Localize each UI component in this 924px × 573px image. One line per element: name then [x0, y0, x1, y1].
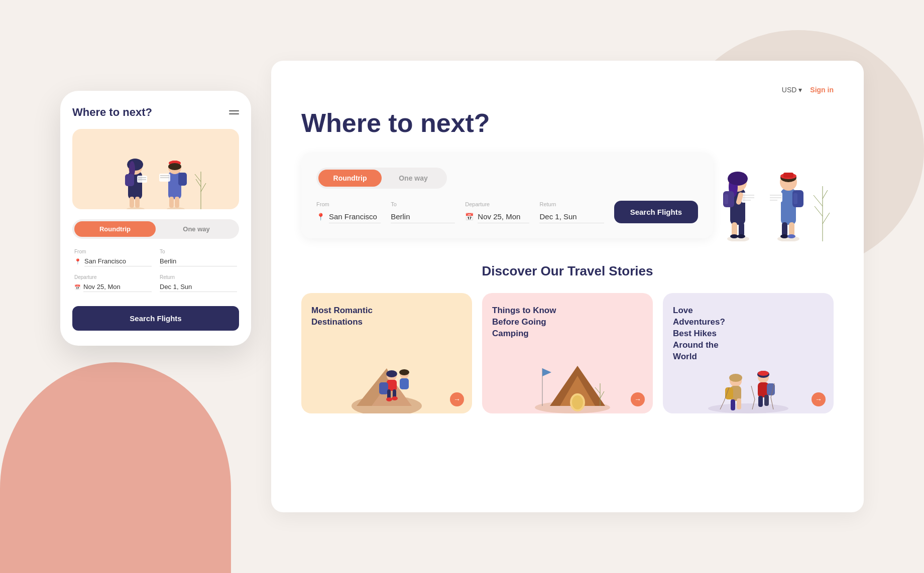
mobile-mockup: Where to next?: [60, 91, 251, 346]
svg-rect-108: [764, 395, 769, 406]
desktop-return-inner: [539, 210, 604, 223]
mobile-from-field: From 📍: [74, 249, 152, 266]
desktop-to-field: To: [391, 201, 455, 223]
calendar-icon-departure: 📅: [74, 284, 80, 290]
svg-rect-96: [731, 399, 735, 410]
search-fields: From 📍 To Departure 📅: [316, 201, 698, 223]
mobile-app-title: Where to next?: [72, 106, 152, 119]
story-card-hikes[interactable]: Love Adventures? Best Hikes Around the W…: [663, 293, 834, 413]
desktop-roundtrip-button[interactable]: Roundtrip: [318, 170, 382, 187]
svg-point-55: [787, 234, 795, 238]
calendar-departure-icon: 📅: [465, 213, 474, 221]
desktop-departure-input[interactable]: [478, 210, 529, 223]
desktop-to-input[interactable]: [391, 210, 455, 223]
svg-point-0: [127, 207, 145, 209]
mobile-to-field: To: [160, 249, 237, 266]
svg-rect-17: [178, 173, 187, 186]
desktop-trip-toggle: Roundtrip One way: [316, 168, 447, 189]
svg-point-70: [386, 370, 397, 377]
mobile-departure-input[interactable]: [83, 282, 152, 292]
card-arrow-romantic[interactable]: →: [450, 392, 464, 406]
svg-rect-7: [125, 174, 134, 186]
sign-in-link[interactable]: Sign in: [810, 86, 834, 94]
mobile-return-field: Return: [160, 274, 237, 292]
svg-rect-77: [400, 378, 409, 389]
svg-point-83: [572, 395, 583, 409]
svg-point-54: [780, 234, 788, 238]
story-cards: Most Romantic Destinations: [301, 293, 834, 413]
desktop-search-box: Roundtrip One way From 📍 To: [301, 153, 713, 238]
svg-rect-36: [739, 222, 744, 236]
mobile-roundtrip-button[interactable]: Roundtrip: [74, 221, 156, 237]
svg-point-75: [392, 396, 398, 400]
desktop-from-input[interactable]: [329, 210, 381, 223]
svg-line-64: [823, 190, 828, 199]
story-card-romantic[interactable]: Most Romantic Destinations: [301, 293, 472, 413]
mobile-to-label: To: [160, 249, 237, 254]
mobile-return-label: Return: [160, 274, 237, 280]
mobile-from-input[interactable]: [84, 256, 152, 266]
mobile-form: From 📍 To Departure 📅: [72, 249, 239, 292]
desktop-to-label: To: [391, 201, 455, 207]
desktop-return-input[interactable]: [539, 210, 604, 223]
desktop-panel: USD ▾ Sign in Where to next?: [271, 61, 864, 512]
mobile-return-input-wrapper: [160, 282, 237, 292]
svg-rect-49: [783, 173, 793, 178]
mobile-oneway-button[interactable]: One way: [156, 221, 237, 237]
card-arrow-hikes[interactable]: →: [812, 392, 826, 406]
mobile-illustration: [72, 129, 239, 209]
mobile-from-to-row: From 📍 To: [74, 249, 237, 266]
main-layout: Where to next?: [60, 41, 864, 532]
mobile-header: Where to next?: [72, 106, 239, 119]
card-arrow-camping[interactable]: →: [631, 392, 645, 406]
currency-chevron: ▾: [798, 86, 802, 94]
mobile-to-input-wrapper: [160, 256, 237, 266]
desktop-to-inner: [391, 210, 455, 223]
svg-line-24: [196, 179, 201, 187]
svg-rect-53: [789, 222, 794, 236]
svg-rect-18: [169, 197, 174, 208]
mobile-return-input[interactable]: [160, 282, 237, 292]
desktop-return-label: Return: [539, 201, 604, 207]
mobile-search-button[interactable]: Search Flights: [72, 306, 239, 331]
camping-illustration-svg: [522, 328, 613, 413]
svg-line-25: [201, 183, 206, 192]
svg-line-62: [823, 213, 830, 224]
svg-point-16: [168, 163, 181, 170]
svg-rect-107: [758, 396, 763, 407]
location-pin-icon: 📍: [316, 213, 325, 221]
svg-rect-71: [379, 382, 388, 394]
desktop-departure-label: Departure: [465, 201, 529, 207]
mobile-hero-illustration: [98, 131, 213, 209]
story-card-camping[interactable]: Things to Know Before Going Camping: [482, 293, 653, 413]
svg-rect-93: [725, 387, 733, 399]
svg-point-101: [758, 371, 769, 376]
hikes-illustration-svg: [698, 328, 798, 413]
svg-rect-35: [732, 222, 737, 236]
svg-line-26: [195, 174, 201, 182]
svg-rect-34: [724, 194, 728, 204]
desktop-from-inner: 📍: [316, 210, 381, 223]
desktop-departure-inner: 📅: [465, 210, 529, 223]
desktop-departure-field: Departure 📅: [465, 201, 529, 223]
svg-line-105: [751, 386, 755, 399]
svg-rect-97: [737, 398, 741, 409]
svg-line-61: [815, 206, 823, 216]
svg-rect-51: [793, 193, 797, 204]
svg-point-78: [399, 369, 409, 375]
svg-rect-6: [135, 197, 140, 208]
desktop-illustration: [693, 101, 834, 241]
svg-point-37: [730, 234, 738, 238]
mobile-to-input[interactable]: [160, 256, 237, 266]
desktop-search-button[interactable]: Search Flights: [614, 201, 698, 223]
currency-selector[interactable]: USD ▾: [782, 86, 802, 94]
story-card-camping-illustration: [482, 323, 653, 413]
svg-point-92: [729, 374, 742, 382]
svg-rect-5: [130, 197, 134, 208]
romantic-illustration-svg: [341, 328, 432, 413]
mobile-from-input-wrapper: 📍: [74, 256, 152, 266]
hamburger-icon[interactable]: [229, 110, 239, 114]
svg-rect-52: [782, 222, 787, 236]
desktop-oneway-button[interactable]: One way: [382, 170, 445, 187]
desktop-hero-svg: [693, 101, 834, 241]
